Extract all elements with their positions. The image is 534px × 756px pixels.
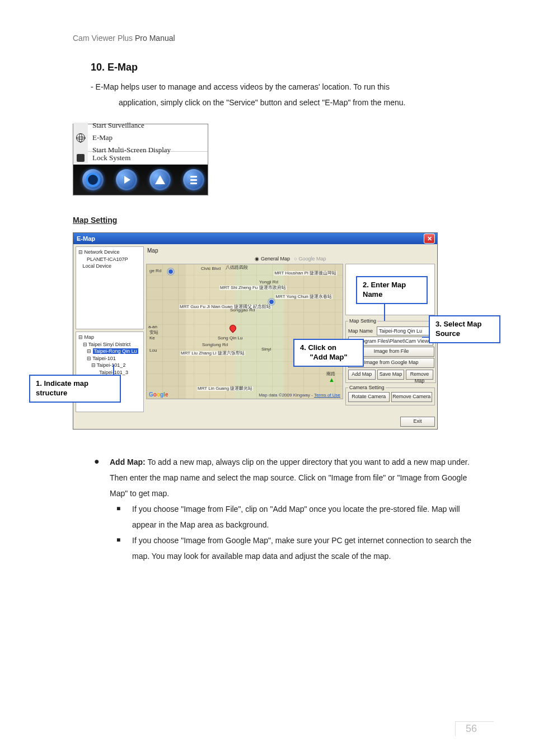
square-bullet-icon: ■ bbox=[116, 501, 132, 533]
close-button[interactable]: ✕ bbox=[424, 234, 435, 244]
toolbar-strip bbox=[73, 165, 208, 195]
intro-line2: application, simply click on the "Servic… bbox=[119, 95, 484, 110]
mrt-label: MRT Liu Zhang Li 捷運六張犁站 bbox=[180, 351, 245, 356]
close-icon: ✕ bbox=[427, 235, 432, 242]
road-label: Songlong Rd bbox=[202, 343, 228, 347]
remove-map-button[interactable]: Remove Map bbox=[406, 370, 433, 380]
map-bluedot-icon bbox=[269, 299, 274, 305]
mrt-label: MRT Guo Fu Ji Nian Guan 捷運國父 紀念館站 bbox=[179, 305, 271, 309]
terms-link[interactable]: Terms of Use bbox=[314, 393, 340, 398]
map-bluedot-icon bbox=[168, 269, 174, 274]
sub1-text: If you choose "Image from File", clip on… bbox=[132, 501, 484, 533]
context-iconcol bbox=[73, 152, 88, 164]
remove-camera-button[interactable]: Remove Camera bbox=[391, 392, 433, 402]
tree-map-selected[interactable]: ⊟ Taipei-Rong Qin Lu bbox=[78, 348, 141, 355]
map-canvas[interactable]: MRT Shi Zheng Fu 捷運市政府站 MRT Houshan Pi 捷… bbox=[146, 264, 343, 399]
toolbar-record-button[interactable] bbox=[82, 169, 104, 190]
play-icon bbox=[124, 176, 130, 184]
mrt-label: MRT Houshan Pi 捷運後山埤站 bbox=[274, 271, 337, 276]
page-header: Cam Viewer Plus Pro Manual bbox=[73, 34, 484, 43]
callout-2: 2. Enter Map Name bbox=[356, 276, 428, 304]
rotate-camera-button[interactable]: Rotate Camera bbox=[348, 392, 390, 402]
tree-device-item[interactable]: PLANET-ICA107P bbox=[78, 256, 141, 263]
sub-bullet-2: ■ If you choose "Image from Google Map",… bbox=[116, 533, 484, 564]
road-label: 南路 bbox=[326, 372, 336, 376]
callout-1: 1. Indicate map structure bbox=[29, 375, 121, 403]
body-bullets: ● Add Map: To add a new map, always clip… bbox=[94, 454, 484, 564]
section-title: 10. E-Map bbox=[91, 62, 484, 73]
warning-icon bbox=[155, 175, 165, 184]
context-iconcol bbox=[73, 123, 88, 153]
camera-icon: ▲ bbox=[329, 376, 335, 383]
road-label: 安站 bbox=[149, 330, 159, 335]
context-menu-group2: Lock System bbox=[73, 152, 208, 165]
square-bullet-icon: ■ bbox=[116, 533, 132, 564]
radio-google-map[interactable]: ○ Google Map bbox=[294, 256, 326, 262]
emap-titlebar: E-Map ✕ bbox=[73, 233, 437, 244]
add-map-button[interactable]: Add Map bbox=[348, 370, 376, 380]
road-label: Ke bbox=[149, 336, 156, 340]
tree-map-101[interactable]: ⊟ Taipei-101 bbox=[78, 355, 141, 362]
menu-start-surveillance[interactable]: Start Surveillance bbox=[88, 119, 208, 132]
mapname-label: Map Name bbox=[348, 328, 375, 334]
intro-line1: - E-Map helps user to manage and access … bbox=[91, 79, 484, 95]
mapsetting-legend: Map Setting bbox=[348, 318, 377, 324]
mrt-label: MRT Yong Chun 捷運永春站 bbox=[275, 295, 332, 299]
road-label: Songgao Rd bbox=[229, 308, 255, 312]
radio-general-map[interactable]: ◉ General Map bbox=[255, 256, 290, 262]
context-menu-group1: Start Surveillance E-Map Start Multi-Scr… bbox=[73, 124, 208, 152]
record-icon bbox=[86, 172, 100, 187]
mrt-label: MRT Lin Guang 捷運麟光站 bbox=[197, 386, 253, 391]
bullet-addmap: ● Add Map: To add a new map, always clip… bbox=[94, 454, 484, 501]
mapname-input[interactable]: Taipei-Rong Qin Lu bbox=[377, 326, 433, 335]
map-type-radios: ◉ General Map ○ Google Map bbox=[146, 256, 435, 262]
tree-map-root[interactable]: ⊟ Map bbox=[78, 334, 141, 341]
emap-title: E-Map bbox=[77, 235, 95, 242]
intro-paragraph: - E-Map helps user to manage and access … bbox=[91, 79, 484, 110]
header-suffix: Pro Manual bbox=[135, 34, 175, 43]
camset-legend: Camera Setting bbox=[348, 385, 386, 390]
menu-emap[interactable]: E-Map bbox=[88, 132, 208, 144]
exit-button[interactable]: Exit bbox=[400, 417, 435, 427]
bullet-icon: ● bbox=[94, 454, 110, 501]
tree-map-101-2[interactable]: ⊟ Taipei-101_2 bbox=[78, 362, 141, 369]
map-attribution: Map data ©2009 Kingway - Terms of Use bbox=[259, 393, 340, 398]
device-tree-panel[interactable]: ⊟ Network Device PLANET-ICA107P Local De… bbox=[76, 246, 144, 329]
road-label: Song Qin Lu bbox=[217, 336, 243, 340]
toolbar-menu-button[interactable] bbox=[183, 169, 204, 190]
context-menu-figure: Start Surveillance E-Map Start Multi-Scr… bbox=[73, 124, 484, 195]
menu-lock-system[interactable]: Lock System bbox=[88, 152, 208, 164]
tree-local-device[interactable]: Local Device bbox=[78, 263, 141, 270]
addmap-text: To add a new map, always clip on the upp… bbox=[110, 458, 470, 498]
emap-figure-container: E-Map ✕ ⊟ Network Device PLANET-ICA107P … bbox=[73, 232, 484, 434]
callout-3: 3. Select Map Source bbox=[429, 315, 500, 343]
lock-icon bbox=[77, 154, 85, 162]
map-group-label: Map bbox=[147, 248, 435, 254]
google-logo: Google bbox=[149, 391, 168, 398]
road-label: a-an bbox=[148, 325, 158, 329]
map-setting-heading: Map Setting bbox=[73, 216, 484, 225]
road-label: Sinyi bbox=[261, 347, 271, 352]
save-map-button[interactable]: Save Map bbox=[377, 370, 405, 380]
addmap-label: Add Map: bbox=[110, 458, 146, 466]
mrt-label: MRT Shi Zheng Fu 捷運市政府站 bbox=[219, 286, 287, 290]
emap-dialog: E-Map ✕ ⊟ Network Device PLANET-ICA107P … bbox=[73, 232, 438, 430]
road-label: Yongji Rd bbox=[259, 280, 279, 284]
map-pin-icon bbox=[228, 324, 238, 333]
page-number: 56 bbox=[455, 721, 494, 736]
tree-network-device[interactable]: ⊟ Network Device bbox=[78, 249, 141, 256]
road-label: Lou bbox=[149, 348, 157, 353]
toolbar-alert-button[interactable] bbox=[149, 169, 171, 190]
globe-icon bbox=[76, 133, 85, 142]
tree-map-district[interactable]: ⊟ Taipei Sinyi District bbox=[78, 341, 141, 348]
header-prefix: Cam Viewer Plus bbox=[73, 34, 135, 43]
toolbar-play-button[interactable] bbox=[116, 169, 137, 190]
road-label: ge Rd bbox=[149, 269, 162, 273]
road-label: Civic Blvd bbox=[200, 267, 221, 271]
road-label: 八德路四段 bbox=[225, 265, 249, 270]
callout-4: 4. Click on "Add Map" bbox=[293, 339, 364, 367]
camera-setting-group: Camera Setting Rotate Camera Remove Came… bbox=[345, 385, 435, 405]
sub2-text: If you choose "Image from Google Map", m… bbox=[132, 533, 484, 564]
sub-bullet-1: ■ If you choose "Image from File", clip … bbox=[116, 501, 484, 533]
menu-icon bbox=[190, 176, 197, 184]
